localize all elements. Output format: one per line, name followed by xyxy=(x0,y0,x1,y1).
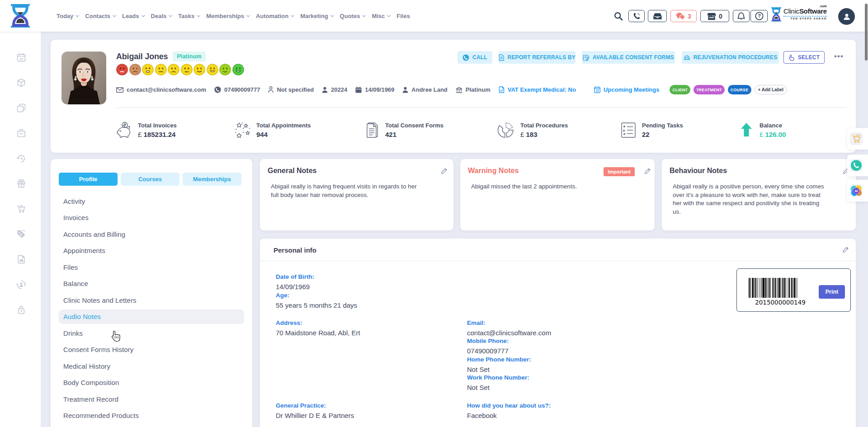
nav-marketing[interactable]: Marketing xyxy=(300,13,334,19)
nav-quotes[interactable]: Quotes xyxy=(340,13,366,19)
report-icon[interactable] xyxy=(16,254,26,264)
user-avatar[interactable] xyxy=(838,8,855,25)
field-label: Address: xyxy=(276,319,360,326)
select-button[interactable]: SELECT xyxy=(783,51,825,64)
mood-4-icon[interactable] xyxy=(155,64,167,75)
client-email[interactable]: contact@clinicsoftware.com xyxy=(116,86,206,93)
floating-ai-button[interactable]: AI xyxy=(850,184,863,197)
person-outline-icon xyxy=(268,86,274,93)
client-owner-value: Andree Land xyxy=(411,86,447,93)
menu-item-medical-history[interactable]: Medical History xyxy=(51,358,252,375)
tab-courses[interactable]: Courses xyxy=(121,173,179,186)
call-button[interactable]: CALL xyxy=(458,51,492,64)
document-icon xyxy=(499,54,505,61)
client-mobile[interactable]: 07490009777 xyxy=(214,86,260,93)
price-tag-icon[interactable]: $ xyxy=(16,229,26,239)
gift-icon[interactable] xyxy=(16,178,26,188)
shopping-bag-icon[interactable] xyxy=(16,128,26,138)
menu-item-clinic-notes[interactable]: Clinic Notes and Letters xyxy=(51,292,252,309)
menu-item-balance[interactable]: Balance xyxy=(51,276,252,292)
mood-9-icon[interactable] xyxy=(219,64,231,75)
label-course[interactable]: COURSE xyxy=(728,85,751,94)
menu-item-invoices[interactable]: Invoices xyxy=(51,210,252,226)
nav-contacts[interactable]: Contacts xyxy=(85,13,116,19)
more-actions-button[interactable]: ••• xyxy=(834,52,844,61)
nav-deals[interactable]: Deals xyxy=(151,13,173,19)
menu-item-recommended-products[interactable]: Recommended Products xyxy=(51,408,252,424)
piggy-bank-icon xyxy=(116,121,132,139)
menu-item-audio-notes[interactable]: Audio Notes xyxy=(51,309,252,325)
mood-10-icon[interactable] xyxy=(232,64,244,75)
nav-today[interactable]: Today xyxy=(57,13,79,19)
add-label-button[interactable]: + Add Label xyxy=(755,85,788,94)
menu-item-body-composition[interactable]: Body Composition xyxy=(51,375,252,391)
edit-icon[interactable] xyxy=(842,246,849,253)
nav-leads[interactable]: Leads xyxy=(122,13,145,19)
upcoming-meetings-label: Upcoming Meetings xyxy=(604,86,660,93)
consent-forms-button[interactable]: AVAILABLE CONSENT FORMS xyxy=(582,51,675,64)
rejuvenation-button[interactable]: REJUVENATION PROCEDURES xyxy=(682,51,779,64)
client-owner[interactable]: Andree Land xyxy=(402,86,447,93)
upcoming-meetings-link[interactable]: 12 Upcoming Meetings xyxy=(594,86,660,93)
inbox-button[interactable] xyxy=(648,10,667,22)
shop-button[interactable]: 0 xyxy=(700,10,729,22)
client-tier-item[interactable]: Platinum xyxy=(456,86,491,93)
mood-7-icon[interactable] xyxy=(193,64,205,75)
report-referrals-label: REPORT REFERRALS BY xyxy=(508,54,576,61)
mood-3-icon[interactable] xyxy=(142,64,154,75)
dialer-button[interactable] xyxy=(628,10,645,22)
nav-tasks[interactable]: Tasks xyxy=(178,13,200,19)
menu-item-files[interactable]: Files xyxy=(51,259,252,276)
mood-2-icon[interactable] xyxy=(129,64,141,75)
menu-item-accounts-billing[interactable]: Accounts and Billing xyxy=(51,226,252,243)
mood-6-icon[interactable] xyxy=(181,64,193,75)
client-occupation[interactable]: Not specified xyxy=(268,86,314,93)
history-icon[interactable] xyxy=(16,154,26,164)
notifications-button[interactable] xyxy=(733,10,750,22)
field-date-of-birth: Date of Birth: 14/09/1969 xyxy=(276,273,315,291)
floating-cart-card xyxy=(847,128,868,150)
calendar-icon[interactable]: 12 xyxy=(16,52,26,62)
messages-button[interactable]: 3 xyxy=(670,10,697,22)
help-button[interactable]: ? xyxy=(750,10,768,22)
floating-phone-button[interactable] xyxy=(850,159,863,172)
report-referrals-button[interactable]: REPORT REFERRALS BY xyxy=(499,51,576,64)
stat-label: Total Consent Forms xyxy=(385,122,443,129)
search-icon[interactable] xyxy=(614,12,623,21)
mood-5-icon[interactable] xyxy=(168,64,179,75)
brand-logo[interactable]: .com ClinicSoftware TEN STEPS AHEAD xyxy=(771,7,827,23)
account-sync-icon[interactable] xyxy=(16,280,26,290)
menu-item-drinks[interactable]: Drinks xyxy=(51,325,252,342)
floating-cart-button[interactable] xyxy=(850,132,863,145)
edit-icon[interactable] xyxy=(644,168,651,174)
app-logo-icon[interactable] xyxy=(10,4,31,28)
nav-misc[interactable]: Misc xyxy=(372,13,391,19)
label-client[interactable]: CLIENT xyxy=(670,85,690,94)
menu-item-consent-forms-history[interactable]: Consent Forms History xyxy=(51,342,252,358)
print-button[interactable]: Print xyxy=(819,285,845,299)
client-id[interactable]: 20224 xyxy=(322,86,347,93)
cart-icon[interactable] xyxy=(16,204,26,214)
menu-item-appointments[interactable]: Appointments xyxy=(51,243,252,259)
client-dob[interactable]: 14/09/1969 xyxy=(355,86,394,93)
mood-8-icon[interactable] xyxy=(207,64,218,75)
edit-icon[interactable] xyxy=(441,168,448,174)
menu-item-treatment-record[interactable]: Treatment Record xyxy=(51,391,252,408)
mood-1-icon[interactable] xyxy=(116,64,128,75)
nav-automation[interactable]: Automation xyxy=(256,13,294,19)
tab-memberships[interactable]: Memberships xyxy=(183,173,241,186)
stat-balance: Balance£ 126.00 xyxy=(739,121,847,139)
menu-item-activity[interactable]: Activity xyxy=(51,193,252,210)
package-icon[interactable] xyxy=(16,78,26,88)
nav-files[interactable]: Files xyxy=(396,13,410,19)
nav-tasks-label: Tasks xyxy=(178,13,194,19)
tab-profile[interactable]: Profile xyxy=(59,173,118,186)
nav-memberships[interactable]: Memberships xyxy=(206,13,250,19)
lock-icon[interactable] xyxy=(16,305,26,315)
copy-icon[interactable] xyxy=(16,103,26,113)
vat-exempt-link[interactable]: VAT Exempt Medical: No xyxy=(499,86,576,93)
scrollbar-thumb[interactable] xyxy=(865,4,868,61)
ai-icon: AI xyxy=(850,184,863,197)
general-notes-body: Abigail really is having frequent visits… xyxy=(271,183,422,199)
label-treatment[interactable]: TREATMENT xyxy=(693,85,725,94)
